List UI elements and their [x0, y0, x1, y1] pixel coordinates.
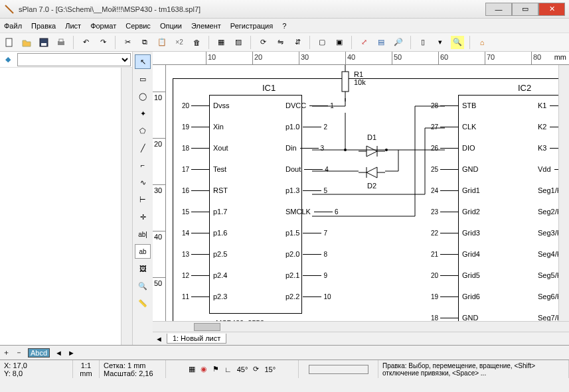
copy-icon[interactable]: ⧉ [138, 36, 151, 49]
redo-icon[interactable]: ↷ [96, 36, 110, 49]
pin[interactable]: 15p1.7 [178, 208, 230, 216]
r1-component[interactable] [339, 65, 352, 105]
circle-tool-icon[interactable]: ◯ [135, 89, 151, 103]
text-box-icon[interactable]: ab [135, 244, 151, 259]
pin[interactable]: K3 [534, 144, 558, 152]
pin[interactable]: 22Grid3 [427, 229, 483, 237]
pin[interactable]: 11p2.3 [178, 293, 230, 300]
rotate-icon[interactable]: ⟳ [256, 36, 270, 49]
page-icon[interactable]: ▯ [416, 36, 430, 49]
pin[interactable]: 4Dout [282, 165, 336, 173]
pin[interactable]: 21Grid4 [427, 250, 483, 258]
print-icon[interactable] [54, 36, 68, 49]
prev-icon[interactable]: ◄ [55, 349, 62, 357]
library-list[interactable] [0, 68, 122, 345]
pin[interactable]: 8p2.0 [282, 250, 335, 258]
node-tool-icon[interactable]: ✛ [135, 210, 151, 224]
pin[interactable]: K2 [534, 123, 558, 131]
library-icon[interactable]: ◆ [1, 53, 15, 66]
vertical-scrollbar[interactable] [558, 65, 569, 321]
pin[interactable]: 6SMCLK [282, 208, 346, 216]
pin[interactable]: Seg2/Ks2 [534, 208, 558, 216]
pin[interactable]: 9p2.1 [282, 271, 335, 279]
pin[interactable]: 12p2.4 [178, 271, 230, 279]
delete-icon[interactable]: 🗑 [190, 36, 203, 49]
close-button[interactable]: ✕ [538, 3, 565, 16]
pin[interactable]: Seg1/Ks1 [534, 186, 558, 194]
pin[interactable]: Vdd [534, 165, 558, 173]
undo-icon[interactable]: ↶ [79, 36, 92, 49]
x2-icon[interactable]: ×2 [173, 36, 186, 49]
dropdown-icon[interactable]: ▾ [434, 36, 447, 49]
open-file-icon[interactable] [20, 36, 33, 49]
polyline-tool-icon[interactable]: ⌐ [135, 158, 151, 172]
select-tool-icon[interactable]: ↖ [135, 54, 151, 69]
pin[interactable]: 19Xin [178, 123, 227, 131]
bezier-tool-icon[interactable]: ∿ [135, 175, 151, 190]
ungroup-icon[interactable]: ▣ [333, 36, 346, 49]
menu-file[interactable]: Файл [4, 22, 22, 30]
pin[interactable]: 24Grid1 [427, 186, 483, 194]
menu-register[interactable]: Регистрация [230, 22, 273, 30]
zoom-icon[interactable]: 🔍 [135, 279, 151, 293]
menu-help[interactable]: ? [282, 22, 286, 30]
pin[interactable]: 13p2.5 [178, 250, 230, 258]
pin[interactable]: 18GND [427, 314, 481, 321]
rotate-step-icon[interactable]: ⟳ [253, 365, 259, 373]
new-file-icon[interactable] [3, 36, 16, 49]
angle-icon[interactable]: ∟ [224, 365, 232, 373]
library-scrollbar[interactable] [122, 68, 132, 345]
bring-front-icon[interactable]: ▦ [214, 36, 228, 49]
send-back-icon[interactable]: ▨ [232, 36, 245, 49]
plus-icon[interactable]: ＋ [3, 348, 10, 358]
pin[interactable]: 26DIO [427, 144, 479, 152]
menu-service[interactable]: Сервис [125, 22, 151, 30]
pin[interactable]: Seg3/Ks3 [534, 229, 558, 237]
d1-component[interactable] [359, 143, 385, 159]
measure-tool-icon[interactable]: 📏 [135, 296, 151, 310]
d2-component[interactable] [359, 164, 385, 180]
rect-tool-icon[interactable]: ▭ [135, 72, 151, 86]
paste-icon[interactable]: 📋 [155, 36, 169, 49]
pin[interactable]: K1 [534, 101, 558, 109]
minus-icon[interactable]: － [15, 348, 23, 358]
image-tool-icon[interactable]: 🖼 [135, 261, 151, 276]
pin[interactable]: Seg6/Ks6 [534, 293, 558, 300]
home-icon[interactable]: ⌂ [475, 36, 489, 49]
pin[interactable]: Seg4/Ks4 [534, 250, 558, 258]
drawing-canvas[interactable]: IC1 20Dvss19Xin18Xout17Test16RST15p1.714… [166, 65, 558, 321]
color-slot[interactable] [309, 365, 368, 374]
menu-options[interactable]: Опции [160, 22, 182, 30]
pin[interactable]: 5p1.3 [282, 186, 335, 194]
pin[interactable]: 19Grid6 [427, 293, 483, 300]
flag-icon[interactable]: ⚑ [212, 365, 219, 373]
zoom-fit-icon[interactable]: ⤢ [357, 36, 370, 49]
cut-icon[interactable]: ✂ [121, 36, 134, 49]
pin[interactable]: 14p1.6 [178, 229, 230, 237]
zoom-tool-icon[interactable]: 🔍 [451, 36, 464, 49]
list-icon[interactable]: ▤ [374, 36, 388, 49]
grid-icon[interactable]: ▦ [189, 365, 195, 373]
origin-icon[interactable]: ◉ [201, 365, 207, 373]
pin[interactable]: Seg5/Ks5 [534, 271, 558, 279]
find-icon[interactable]: 🔎 [392, 36, 405, 49]
pin[interactable]: 20Dvss [178, 101, 232, 109]
line-tool-icon[interactable]: ╱ [135, 141, 151, 155]
pin[interactable]: 2p1.0 [282, 123, 335, 131]
pin[interactable]: 1DVCC [282, 101, 341, 109]
pin[interactable]: 17Test [178, 165, 230, 173]
freehand-tool-icon[interactable]: ✦ [135, 106, 151, 121]
tab-prev-icon[interactable]: ◄ [155, 335, 167, 343]
flip-h-icon[interactable]: ⇋ [274, 36, 287, 49]
menu-sheet[interactable]: Лист [65, 22, 81, 30]
pin[interactable]: 7p1.5 [282, 229, 335, 237]
minimize-button[interactable]: — [485, 3, 512, 16]
flip-v-icon[interactable]: ⇵ [291, 36, 304, 49]
group-icon[interactable]: ▢ [315, 36, 329, 49]
pin[interactable]: 28STB [427, 101, 479, 109]
menu-format[interactable]: Формат [90, 22, 116, 30]
dimension-tool-icon[interactable]: ⊢ [135, 192, 151, 207]
text-label-icon[interactable]: ab| [135, 227, 151, 241]
save-icon[interactable] [37, 36, 50, 49]
maximize-button[interactable]: ▭ [512, 3, 538, 16]
